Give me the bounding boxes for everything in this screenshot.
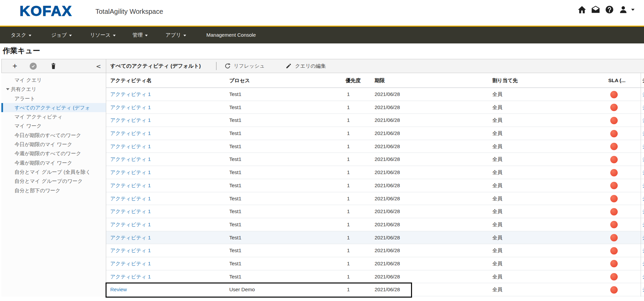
query-tree-item[interactable]: 自分と部下のワーク <box>1 186 106 195</box>
query-tree-item[interactable]: 今日が期限のマイ ワーク <box>1 140 106 149</box>
nav-item-6[interactable]: Management Console <box>206 27 256 43</box>
cell-extra-link[interactable]: ジ <box>642 192 644 205</box>
cell-activity-link[interactable]: アクティビティ 1 <box>110 231 151 244</box>
cell-activity-link[interactable]: アクティビティ 1 <box>110 270 151 283</box>
cell-priority: 1 <box>347 192 350 205</box>
cell-extra-link[interactable]: ジ <box>642 127 644 140</box>
cell-assignee: 全員 <box>492 270 502 283</box>
cell-extra-link[interactable]: ジ <box>642 101 644 114</box>
col-header-sla[interactable]: SLA (... <box>608 73 625 88</box>
col-header-assignee[interactable]: 割り当て先 <box>492 73 518 88</box>
cell-priority: 1 <box>347 101 350 114</box>
nav-item-2[interactable]: ジョブ <box>51 27 72 43</box>
delete-query-button[interactable] <box>48 59 58 73</box>
col-header-activity[interactable]: アクティビティ名 <box>110 73 151 88</box>
tree-expander-icon[interactable] <box>6 88 9 90</box>
grid-row[interactable]: アクティビティ 1Test112021/06/28全員ジ <box>106 205 644 218</box>
cell-activity-link[interactable]: アクティビティ 1 <box>110 140 151 153</box>
grid-row[interactable]: アクティビティ 1Test112021/06/28全員ジ <box>106 257 644 270</box>
grid-row[interactable]: アクティビティ 1Test112021/06/28全員ジ <box>106 153 644 166</box>
query-tree-item[interactable]: マイ クエリ <box>1 75 106 85</box>
mail-icon[interactable] <box>591 5 601 14</box>
default-query-button[interactable] <box>28 59 38 73</box>
grid-row[interactable]: アクティビティ 1Test112021/06/28全員ジ <box>106 88 644 101</box>
grid-row[interactable]: アクティビティ 1Test112021/06/28全員ジ <box>106 127 644 140</box>
cell-activity-link[interactable]: アクティビティ 1 <box>110 179 151 192</box>
query-tree-item[interactable]: 今週が期限のマイ ワーク <box>1 158 106 167</box>
cell-activity-link[interactable]: アクティビティ 1 <box>110 192 151 205</box>
cell-activity-link[interactable]: アクティビティ 1 <box>110 244 151 257</box>
cell-activity-link[interactable]: アクティビティ 1 <box>110 218 151 231</box>
cell-extra-link[interactable]: ジ <box>642 270 644 283</box>
grid-row[interactable]: アクティビティ 1Test112021/06/28全員ジ <box>106 270 644 283</box>
help-icon[interactable] <box>605 5 614 14</box>
cell-activity-link[interactable]: アクティビティ 1 <box>110 205 151 218</box>
col-header-process[interactable]: プロセス <box>229 73 250 88</box>
cell-extra-link[interactable]: ジ <box>642 140 644 153</box>
edit-query-button[interactable]: クエリの編集 <box>295 59 326 73</box>
query-tree-item[interactable]: すべてのアクティビティ (デフォ <box>1 103 106 112</box>
cell-activity-link[interactable]: アクティビティ 1 <box>110 257 151 270</box>
grid-row[interactable]: アクティビティ 1Test112021/06/28全員ジ <box>106 231 644 244</box>
cell-extra-link[interactable]: ジ <box>642 114 644 127</box>
cell-activity-link[interactable]: アクティビティ 1 <box>110 114 151 127</box>
sla-status-icon <box>610 143 618 150</box>
home-icon[interactable] <box>577 5 587 14</box>
grid-row[interactable]: アクティビティ 1Test112021/06/28全員ジ <box>106 218 644 231</box>
query-tree-item[interactable]: 自分とマイ グループのワーク <box>1 176 106 186</box>
query-toolbar: + < <box>1 59 106 73</box>
sla-status-icon <box>610 221 618 228</box>
col-header-due[interactable]: 期限 <box>375 73 385 88</box>
cell-assignee: 全員 <box>492 127 502 140</box>
add-query-button[interactable]: + <box>10 59 20 73</box>
cell-extra-link[interactable]: ジ <box>642 153 644 166</box>
grid-row[interactable]: アクティビティ 1Test112021/06/28全員ジ <box>106 192 644 205</box>
query-tree-item[interactable]: 今週が期限のすべてのワーク <box>1 149 106 158</box>
query-tree-item[interactable]: アラート <box>1 94 106 103</box>
column-divider <box>641 73 641 297</box>
cell-extra-link[interactable]: ジ <box>642 205 644 218</box>
cell-extra-link[interactable]: ジ <box>642 231 644 244</box>
cell-priority: 1 <box>347 127 350 140</box>
collapse-sidebar-button[interactable]: < <box>93 59 104 73</box>
nav-item-3[interactable]: リソース <box>90 27 116 43</box>
cell-extra-link[interactable]: ジ <box>642 257 644 270</box>
nav-item-5[interactable]: アプリ <box>166 27 186 43</box>
refresh-icon[interactable] <box>224 63 231 71</box>
cell-activity-link[interactable]: アクティビティ 1 <box>110 153 151 166</box>
cell-extra-link[interactable]: ジ <box>642 244 644 257</box>
cell-due-date: 2021/06/28 <box>375 114 400 127</box>
nav-item-4[interactable]: 管理 <box>133 27 148 43</box>
query-tree-item[interactable]: マイ アクティビティ <box>1 112 106 121</box>
query-tree-item[interactable]: 共有クエリ <box>1 85 106 94</box>
cell-activity-link[interactable]: アクティビティ 1 <box>110 101 151 114</box>
cell-activity-link[interactable]: Review <box>110 283 127 296</box>
grid-row[interactable]: アクティビティ 1Test112021/06/28全員ジ <box>106 101 644 114</box>
cell-activity-link[interactable]: アクティビティ 1 <box>110 166 151 179</box>
cell-activity-link[interactable]: アクティビティ 1 <box>110 88 151 101</box>
cell-extra-link[interactable]: ジ <box>642 283 644 296</box>
grid-row[interactable]: アクティビティ 1Test112021/06/28全員ジ <box>106 140 644 153</box>
grid-row[interactable]: ReviewUser Demo12021/06/28全員ジ <box>106 283 644 296</box>
cell-extra-link[interactable]: ジ <box>642 218 644 231</box>
query-tree-item[interactable]: 自分とマイ グループ (全員を除く <box>1 167 106 176</box>
grid-row[interactable]: アクティビティ 1Test112021/06/28全員ジ <box>106 166 644 179</box>
grid-row[interactable]: アクティビティ 1Test112021/06/28全員ジ <box>106 179 644 192</box>
user-menu-caret-icon[interactable] <box>631 9 635 11</box>
col-header-extra[interactable]: ジ <box>642 73 644 88</box>
refresh-button[interactable]: リフレッシュ <box>234 59 265 73</box>
nav-item-1[interactable]: タスク <box>11 27 31 43</box>
grid-row[interactable]: アクティビティ 1Test112021/06/28全員ジ <box>106 114 644 127</box>
edit-query-icon[interactable] <box>286 63 292 70</box>
cell-activity-link[interactable]: アクティビティ 1 <box>110 127 151 140</box>
cell-due-date: 2021/06/28 <box>375 270 400 283</box>
query-tree-item[interactable]: マイ ワーク <box>1 121 106 130</box>
cell-extra-link[interactable]: ジ <box>642 179 644 192</box>
cell-extra-link[interactable]: ジ <box>642 88 644 101</box>
cell-extra-link[interactable]: ジ <box>642 166 644 179</box>
cell-assignee: 全員 <box>492 140 502 153</box>
query-tree-item[interactable]: 今日が期限のすべてのワーク <box>1 131 106 140</box>
col-header-priority[interactable]: 優先度 <box>346 73 361 88</box>
user-icon[interactable] <box>618 5 628 14</box>
grid-row[interactable]: アクティビティ 1Test112021/06/28全員ジ <box>106 244 644 257</box>
